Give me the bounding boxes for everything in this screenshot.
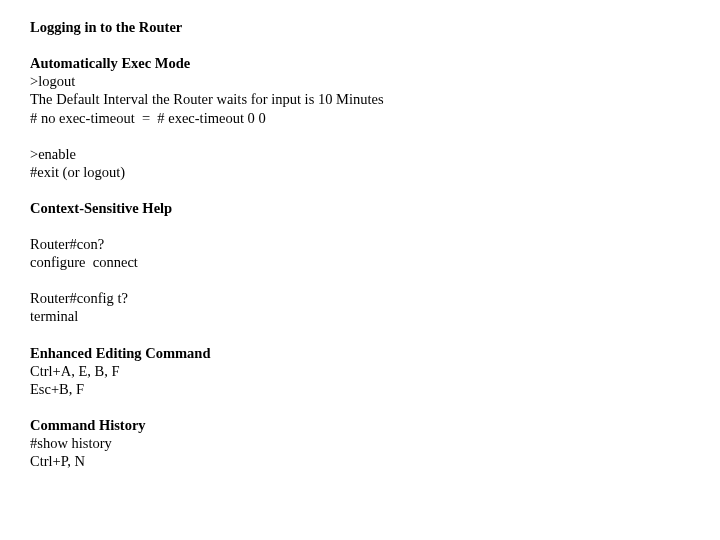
exec-mode-line-default-interval: The Default Interval the Router waits fo…	[30, 90, 720, 108]
section-exec-mode-heading: Automatically Exec Mode	[30, 54, 720, 72]
section-context-help-heading: Context-Sensitive Help	[30, 199, 720, 217]
context-help-config-t-query: Router#config t?	[30, 289, 720, 307]
command-history-ctrl: Ctrl+P, N	[30, 452, 720, 470]
enhanced-editing-esc: Esc+B, F	[30, 380, 720, 398]
exec-mode-line-no-exec-timeout: # no exec-timeout = # exec-timeout 0 0	[30, 109, 720, 127]
exit-line: #exit (or logout)	[30, 163, 720, 181]
exec-mode-line-logout: >logout	[30, 72, 720, 90]
command-history-show: #show history	[30, 434, 720, 452]
context-help-con-result: configure connect	[30, 253, 720, 271]
enhanced-editing-ctrl: Ctrl+A, E, B, F	[30, 362, 720, 380]
page-title: Logging in to the Router	[30, 18, 720, 36]
enable-line: >enable	[30, 145, 720, 163]
context-help-config-t-result: terminal	[30, 307, 720, 325]
context-help-con-query: Router#con?	[30, 235, 720, 253]
section-command-history-heading: Command History	[30, 416, 720, 434]
section-enhanced-editing-heading: Enhanced Editing Command	[30, 344, 720, 362]
